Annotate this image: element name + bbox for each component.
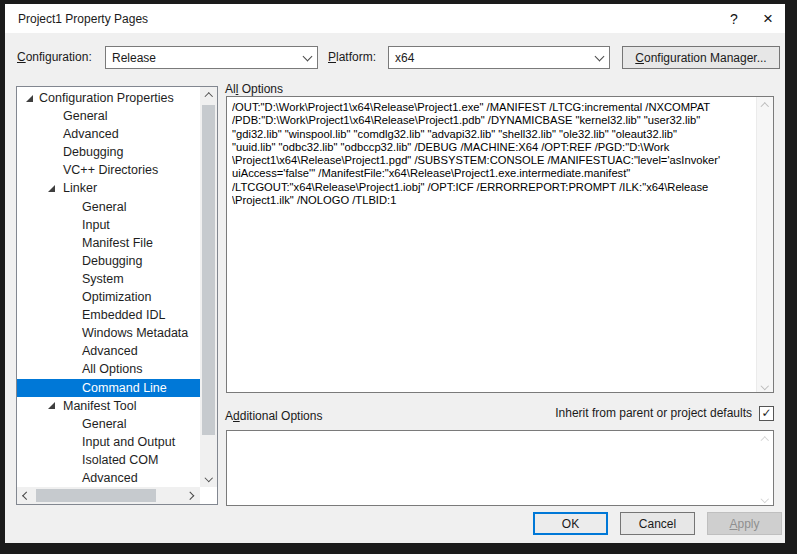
tree-item-label: Optimization (82, 290, 151, 304)
tree-item-label: Manifest File (82, 236, 153, 250)
platform-value: x64 (395, 51, 596, 65)
inherit-label: Inherit from parent or project defaults (555, 406, 752, 420)
command-line-text-line: /PDB:"D:\Work\Project1\x64\Release\Proje… (232, 114, 756, 127)
scroll-left-icon[interactable] (17, 488, 34, 504)
tree-vertical-scrollbar[interactable] (200, 87, 217, 487)
window-title: Project1 Property Pages (5, 12, 717, 26)
checkmark-icon: ✓ (761, 407, 771, 420)
tree-item-label: Windows Metadata (82, 326, 188, 340)
help-icon: ? (730, 11, 738, 27)
help-button[interactable]: ? (717, 4, 751, 33)
command-line-text-line: "uuid.lib" "odbc32.lib" "odbccp32.lib" /… (232, 141, 756, 154)
configuration-value: Release (112, 51, 304, 65)
tree-item-advanced[interactable]: Advanced (17, 342, 200, 360)
platform-select[interactable]: x64 (388, 46, 610, 69)
command-line-text-line: "gdi32.lib" "winspool.lib" "comdlg32.lib… (232, 128, 756, 141)
all-options-text: /OUT:"D:\Work\Project1\x64\Release\Proje… (227, 97, 756, 392)
tree-item-label: All Options (82, 362, 142, 376)
tree-item-label: Debugging (63, 145, 123, 159)
scroll-up-icon[interactable] (761, 437, 769, 445)
close-icon: × (763, 10, 773, 27)
configuration-label: Configuration: (17, 50, 92, 64)
tree-expanded-icon[interactable] (48, 185, 55, 192)
tree-item-debugging[interactable]: Debugging (17, 143, 200, 161)
tree-item-manifest-file[interactable]: Manifest File (17, 234, 200, 252)
config-tree-items: Configuration PropertiesGeneralAdvancedD… (17, 89, 200, 487)
tree-item-label: Configuration Properties (39, 91, 174, 105)
tree-expanded-icon[interactable] (48, 402, 55, 409)
tree-item-windows-metadata[interactable]: Windows Metadata (17, 324, 200, 342)
command-line-text-line: \Project1\x64\Release\Project1.pgd" /SUB… (232, 154, 756, 167)
command-line-text-line: /OUT:"D:\Work\Project1\x64\Release\Proje… (232, 101, 756, 114)
command-line-text-line: \Project1.ilk" /NOLOGO /TLBID:1 (232, 194, 756, 207)
cancel-label: Cancel (639, 517, 676, 531)
ok-label: OK (562, 517, 579, 531)
tree-item-label: Advanced (63, 127, 119, 141)
tree-item-linker[interactable]: Linker (17, 179, 200, 197)
command-line-text-line: /LTCGOUT:"x64\Release\Project1.iobj" /OP… (232, 181, 756, 194)
command-line-text-line: uiAccess='false'" /ManifestFile:"x64\Rel… (232, 167, 756, 180)
tree-item-label: Linker (63, 181, 97, 195)
tree-item-embedded-idl[interactable]: Embedded IDL (17, 306, 200, 324)
chevron-down-icon (595, 51, 605, 61)
tree-item-input-and-output[interactable]: Input and Output (17, 433, 200, 451)
tree-item-label: General (63, 109, 107, 123)
tree-item-label: General (82, 417, 126, 431)
tree-item-label: System (82, 272, 124, 286)
tree-item-advanced[interactable]: Advanced (17, 469, 200, 487)
chevron-down-icon (303, 51, 313, 61)
tree-item-configuration-properties[interactable]: Configuration Properties (17, 89, 200, 107)
additional-options-input[interactable] (226, 430, 774, 506)
configuration-manager-label: Configuration Manager... (635, 51, 766, 65)
tree-item-label: Advanced (82, 344, 138, 358)
scroll-down-icon[interactable] (200, 471, 217, 487)
inherit-checkbox[interactable]: ✓ (759, 406, 774, 421)
configuration-manager-button[interactable]: Configuration Manager... (622, 46, 780, 69)
additional-options-scrollbar[interactable] (756, 431, 773, 505)
scroll-down-icon[interactable] (761, 381, 769, 389)
tree-item-vc-directories[interactable]: VC++ Directories (17, 161, 200, 179)
tree-item-label: Input (82, 218, 110, 232)
tree-item-command-line[interactable]: Command Line (17, 379, 200, 397)
tree-item-label: Input and Output (82, 435, 175, 449)
apply-button[interactable]: Apply (707, 512, 782, 535)
tree-item-general[interactable]: General (17, 415, 200, 433)
tree-item-label: General (82, 200, 126, 214)
tree-horizontal-scrollbar[interactable] (17, 487, 200, 504)
tree-item-label: Isolated COM (82, 453, 158, 467)
tree-item-label: Debugging (82, 254, 142, 268)
configuration-select[interactable]: Release (105, 46, 318, 69)
property-pages-dialog: Project1 Property Pages ? × Configuratio… (5, 4, 785, 543)
inherit-row: Inherit from parent or project defaults … (555, 405, 774, 421)
titlebar[interactable]: Project1 Property Pages ? × (5, 4, 785, 33)
tree-item-label: Manifest Tool (63, 399, 136, 413)
tree-expanded-icon[interactable] (26, 95, 33, 102)
scroll-up-icon[interactable] (761, 103, 769, 111)
additional-options-label: Additional Options (225, 409, 322, 423)
tree-item-general[interactable]: General (17, 107, 200, 125)
scroll-down-icon[interactable] (761, 494, 769, 502)
tree-item-input[interactable]: Input (17, 216, 200, 234)
tree-item-debugging[interactable]: Debugging (17, 252, 200, 270)
apply-label: Apply (729, 517, 759, 531)
tree-item-label: Embedded IDL (82, 308, 165, 322)
tree-item-all-options[interactable]: All Options (17, 360, 200, 378)
tree-item-manifest-tool[interactable]: Manifest Tool (17, 397, 200, 415)
configuration-tree: Configuration PropertiesGeneralAdvancedD… (16, 86, 218, 505)
tree-item-label: Command Line (82, 381, 167, 395)
all-options-scrollbar[interactable] (756, 97, 773, 392)
ok-button[interactable]: OK (533, 512, 608, 535)
scroll-right-icon[interactable] (183, 488, 200, 504)
cancel-button[interactable]: Cancel (620, 512, 695, 535)
tree-item-optimization[interactable]: Optimization (17, 288, 200, 306)
tree-item-advanced[interactable]: Advanced (17, 125, 200, 143)
tree-item-system[interactable]: System (17, 270, 200, 288)
scrollbar-thumb[interactable] (202, 105, 215, 435)
scrollbar-thumb[interactable] (36, 489, 156, 502)
tree-item-isolated-com[interactable]: Isolated COM (17, 451, 200, 469)
scroll-up-icon[interactable] (200, 87, 217, 103)
close-button[interactable]: × (751, 4, 785, 33)
platform-label: Platform: (328, 50, 376, 64)
tree-item-general[interactable]: General (17, 198, 200, 216)
all-options-box[interactable]: /OUT:"D:\Work\Project1\x64\Release\Proje… (226, 96, 774, 393)
